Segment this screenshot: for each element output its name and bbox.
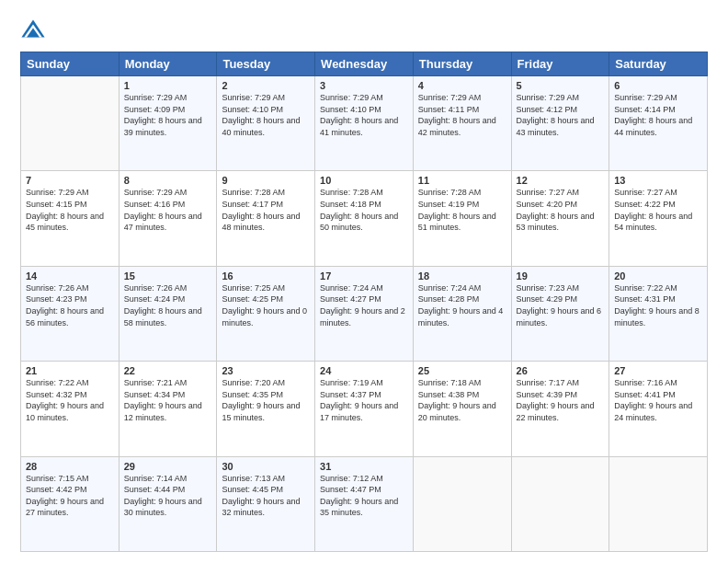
day-number: 7 [26,175,114,186]
day-number: 10 [320,175,408,186]
day-info: Sunrise: 7:26 AMSunset: 4:24 PMDaylight:… [124,282,212,328]
calendar-table: SundayMondayTuesdayWednesdayThursdayFrid… [20,52,708,552]
day-number: 19 [517,270,605,282]
day-cell: 26Sunrise: 7:17 AMSunset: 4:39 PMDayligh… [511,362,609,456]
day-info: Sunrise: 7:29 AMSunset: 4:10 PMDaylight:… [222,92,310,138]
day-cell: 27Sunrise: 7:16 AMSunset: 4:41 PMDayligh… [609,362,708,456]
week-row-1: 7Sunrise: 7:29 AMSunset: 4:15 PMDaylight… [21,171,708,266]
page: SundayMondayTuesdayWednesdayThursdayFrid… [0,0,728,563]
day-info: Sunrise: 7:29 AMSunset: 4:14 PMDaylight:… [614,92,702,138]
day-cell: 25Sunrise: 7:18 AMSunset: 4:38 PMDayligh… [413,362,511,456]
day-info: Sunrise: 7:26 AMSunset: 4:23 PMDaylight:… [26,282,114,328]
day-info: Sunrise: 7:28 AMSunset: 4:17 PMDaylight:… [222,187,310,233]
day-number: 26 [517,365,605,376]
day-cell: 3Sunrise: 7:29 AMSunset: 4:10 PMDaylight… [315,76,414,171]
day-info: Sunrise: 7:19 AMSunset: 4:37 PMDaylight:… [320,377,408,423]
day-number: 6 [614,80,702,91]
day-number: 15 [124,270,212,282]
weekday-thursday: Thursday [413,52,511,76]
day-info: Sunrise: 7:28 AMSunset: 4:19 PMDaylight:… [418,187,506,233]
day-info: Sunrise: 7:24 AMSunset: 4:28 PMDaylight:… [418,282,506,328]
day-cell [21,76,119,171]
day-number: 29 [124,461,212,472]
day-number: 3 [320,80,408,91]
day-number: 20 [614,270,702,282]
logo-icon [20,17,46,42]
day-info: Sunrise: 7:28 AMSunset: 4:18 PMDaylight:… [320,187,408,233]
day-info: Sunrise: 7:29 AMSunset: 4:12 PMDaylight:… [517,92,605,138]
day-number: 21 [26,365,114,376]
day-info: Sunrise: 7:29 AMSunset: 4:15 PMDaylight:… [26,187,114,233]
day-info: Sunrise: 7:21 AMSunset: 4:34 PMDaylight:… [124,377,212,423]
day-cell: 21Sunrise: 7:22 AMSunset: 4:32 PMDayligh… [21,362,119,456]
day-number: 23 [222,365,310,376]
week-row-2: 14Sunrise: 7:26 AMSunset: 4:23 PMDayligh… [21,266,708,361]
day-info: Sunrise: 7:20 AMSunset: 4:35 PMDaylight:… [222,377,310,423]
day-cell: 16Sunrise: 7:25 AMSunset: 4:25 PMDayligh… [217,266,315,361]
day-number: 8 [124,175,212,186]
weekday-header-row: SundayMondayTuesdayWednesdayThursdayFrid… [21,52,708,76]
weekday-monday: Monday [119,52,217,76]
week-row-0: 1Sunrise: 7:29 AMSunset: 4:09 PMDaylight… [21,76,708,171]
day-cell: 23Sunrise: 7:20 AMSunset: 4:35 PMDayligh… [217,362,315,456]
day-info: Sunrise: 7:22 AMSunset: 4:31 PMDaylight:… [614,282,702,328]
day-cell: 18Sunrise: 7:24 AMSunset: 4:28 PMDayligh… [413,266,511,361]
day-info: Sunrise: 7:18 AMSunset: 4:38 PMDaylight:… [418,377,506,423]
day-info: Sunrise: 7:24 AMSunset: 4:27 PMDaylight:… [320,282,408,328]
day-number: 1 [124,80,212,91]
day-cell: 8Sunrise: 7:29 AMSunset: 4:16 PMDaylight… [119,171,217,266]
day-info: Sunrise: 7:29 AMSunset: 4:09 PMDaylight:… [124,92,212,138]
day-number: 18 [418,270,506,282]
day-number: 13 [614,175,702,186]
day-info: Sunrise: 7:17 AMSunset: 4:39 PMDaylight:… [517,377,605,423]
day-number: 27 [614,365,702,376]
day-cell: 9Sunrise: 7:28 AMSunset: 4:17 PMDaylight… [217,171,315,266]
week-row-4: 28Sunrise: 7:15 AMSunset: 4:42 PMDayligh… [21,456,708,551]
day-cell: 6Sunrise: 7:29 AMSunset: 4:14 PMDaylight… [609,76,708,171]
day-cell: 10Sunrise: 7:28 AMSunset: 4:18 PMDayligh… [315,171,414,266]
day-info: Sunrise: 7:27 AMSunset: 4:22 PMDaylight:… [614,187,702,233]
day-cell: 5Sunrise: 7:29 AMSunset: 4:12 PMDaylight… [511,76,609,171]
day-cell: 31Sunrise: 7:12 AMSunset: 4:47 PMDayligh… [315,456,414,551]
day-info: Sunrise: 7:29 AMSunset: 4:10 PMDaylight:… [320,92,408,138]
day-number: 14 [26,270,114,282]
day-cell: 29Sunrise: 7:14 AMSunset: 4:44 PMDayligh… [119,456,217,551]
day-cell [511,456,609,551]
day-cell: 2Sunrise: 7:29 AMSunset: 4:10 PMDaylight… [217,76,315,171]
day-number: 5 [517,80,605,91]
day-number: 11 [418,175,506,186]
day-number: 22 [124,365,212,376]
day-cell: 17Sunrise: 7:24 AMSunset: 4:27 PMDayligh… [315,266,414,361]
day-cell: 22Sunrise: 7:21 AMSunset: 4:34 PMDayligh… [119,362,217,456]
day-info: Sunrise: 7:22 AMSunset: 4:32 PMDaylight:… [26,377,114,423]
day-number: 25 [418,365,506,376]
day-cell: 15Sunrise: 7:26 AMSunset: 4:24 PMDayligh… [119,266,217,361]
day-number: 9 [222,175,310,186]
day-cell: 19Sunrise: 7:23 AMSunset: 4:29 PMDayligh… [511,266,609,361]
day-cell: 24Sunrise: 7:19 AMSunset: 4:37 PMDayligh… [315,362,414,456]
day-cell [609,456,708,551]
day-number: 28 [26,461,114,472]
week-row-3: 21Sunrise: 7:22 AMSunset: 4:32 PMDayligh… [21,362,708,456]
day-info: Sunrise: 7:15 AMSunset: 4:42 PMDaylight:… [26,473,114,519]
day-number: 30 [222,461,310,472]
day-info: Sunrise: 7:23 AMSunset: 4:29 PMDaylight:… [517,282,605,328]
day-cell: 28Sunrise: 7:15 AMSunset: 4:42 PMDayligh… [21,456,119,551]
day-cell: 1Sunrise: 7:29 AMSunset: 4:09 PMDaylight… [119,76,217,171]
day-info: Sunrise: 7:12 AMSunset: 4:47 PMDaylight:… [320,473,408,519]
day-cell: 7Sunrise: 7:29 AMSunset: 4:15 PMDaylight… [21,171,119,266]
day-cell: 20Sunrise: 7:22 AMSunset: 4:31 PMDayligh… [609,266,708,361]
day-number: 31 [320,461,408,472]
day-info: Sunrise: 7:27 AMSunset: 4:20 PMDaylight:… [517,187,605,233]
header [20,17,708,42]
day-info: Sunrise: 7:29 AMSunset: 4:11 PMDaylight:… [418,92,506,138]
day-cell: 13Sunrise: 7:27 AMSunset: 4:22 PMDayligh… [609,171,708,266]
day-cell: 30Sunrise: 7:13 AMSunset: 4:45 PMDayligh… [217,456,315,551]
day-info: Sunrise: 7:29 AMSunset: 4:16 PMDaylight:… [124,187,212,233]
day-info: Sunrise: 7:14 AMSunset: 4:44 PMDaylight:… [124,473,212,519]
weekday-saturday: Saturday [609,52,708,76]
day-cell: 4Sunrise: 7:29 AMSunset: 4:11 PMDaylight… [413,76,511,171]
day-number: 4 [418,80,506,91]
day-cell: 12Sunrise: 7:27 AMSunset: 4:20 PMDayligh… [511,171,609,266]
day-number: 16 [222,270,310,282]
